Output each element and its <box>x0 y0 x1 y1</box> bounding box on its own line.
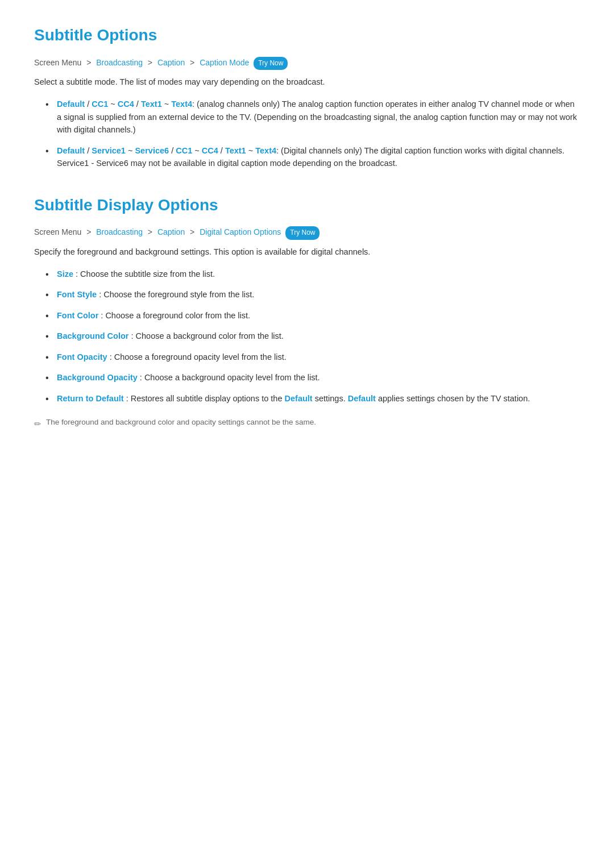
breadcrumb-section1: Screen Menu > Broadcasting > Caption > C… <box>34 56 580 70</box>
pencil-icon: ✏ <box>34 417 42 431</box>
option-text: : Choose a foreground opacity level from… <box>110 352 287 362</box>
breadcrumb-caption-mode[interactable]: Caption Mode <box>200 58 249 67</box>
list-item: Font Color : Choose a foreground color f… <box>45 309 580 322</box>
option-text: : Choose the subtitle size from the list… <box>76 269 215 279</box>
option-highlight: Service1 <box>92 146 126 155</box>
list-item: Background Opacity : Choose a background… <box>45 371 580 384</box>
option-label-bg-opacity: Background Opacity <box>57 373 138 382</box>
breadcrumb-broadcasting-2[interactable]: Broadcasting <box>96 227 143 236</box>
option-label-font-opacity: Font Opacity <box>57 352 107 362</box>
option-text: settings. <box>315 394 348 403</box>
option-label-return-default: Return to Default <box>57 394 124 403</box>
option-highlight: CC4 <box>202 146 218 155</box>
option-text: : Choose a background color from the lis… <box>131 331 284 340</box>
option-highlight: CC1 <box>92 99 108 109</box>
option-text: : (Digital channels only) The digital ca… <box>57 146 565 168</box>
option-highlight: Default <box>57 99 85 109</box>
breadcrumb-digital-caption-options[interactable]: Digital Caption Options <box>200 227 281 236</box>
option-highlight: CC1 <box>176 146 192 155</box>
option-label-size: Size <box>57 269 73 279</box>
breadcrumb-separator2: > <box>148 58 155 67</box>
option-highlight: Text4 <box>171 99 192 109</box>
option-text: : Choose a foreground color from the lis… <box>101 311 250 320</box>
section1-options-list: Default / CC1 ~ CC4 / Text1 ~ Text4: (an… <box>34 98 580 169</box>
option-text: : Choose the foreground style from the l… <box>99 290 254 299</box>
breadcrumb-section2: Screen Menu > Broadcasting > Caption > D… <box>34 226 580 239</box>
option-highlight: CC4 <box>118 99 134 109</box>
section1-description: Select a subtitle mode. The list of mode… <box>34 76 580 89</box>
breadcrumb-caption-1[interactable]: Caption <box>157 58 185 67</box>
option-label-font-style: Font Style <box>57 290 97 299</box>
section2-options-list: Size : Choose the subtitle size from the… <box>34 268 580 405</box>
breadcrumb-separator3: > <box>190 58 197 67</box>
breadcrumb-prefix: Screen Menu <box>34 58 81 67</box>
breadcrumb-separator4: > <box>86 227 93 236</box>
section2-description: Specify the foreground and background se… <box>34 246 580 259</box>
note-text: The foreground and background color and … <box>46 416 316 429</box>
breadcrumb-broadcasting-1[interactable]: Broadcasting <box>96 58 143 67</box>
list-item: Background Color : Choose a background c… <box>45 330 580 342</box>
option-highlight: Default <box>57 146 85 155</box>
list-item: Size : Choose the subtitle size from the… <box>45 268 580 280</box>
list-item: Font Opacity : Choose a foreground opaci… <box>45 351 580 363</box>
breadcrumb-caption-2[interactable]: Caption <box>157 227 185 236</box>
list-item: Default / CC1 ~ CC4 / Text1 ~ Text4: (an… <box>45 98 580 136</box>
list-item: Font Style : Choose the foreground style… <box>45 288 580 301</box>
option-label-font-color: Font Color <box>57 311 98 320</box>
list-item: Default / Service1 ~ Service6 / CC1 ~ CC… <box>45 144 580 170</box>
try-now-badge-2[interactable]: Try Now <box>285 226 320 239</box>
breadcrumb-separator6: > <box>190 227 197 236</box>
option-highlight-default1: Default <box>285 394 313 403</box>
option-text: : (analog channels only) The analog capt… <box>57 99 577 134</box>
section1-title: Subtitle Options <box>34 23 580 48</box>
breadcrumb-separator1: > <box>86 58 93 67</box>
option-highlight-default2: Default <box>348 394 376 403</box>
breadcrumb-separator5: > <box>148 227 155 236</box>
option-highlight: Service6 <box>135 146 169 155</box>
breadcrumb-prefix2: Screen Menu <box>34 227 81 236</box>
list-item: Return to Default : Restores all subtitl… <box>45 392 580 405</box>
option-highlight: Text1 <box>225 146 246 155</box>
option-text: : Restores all subtitle display options … <box>126 394 285 403</box>
option-highlight: Text4 <box>255 146 276 155</box>
option-text: : Choose a background opacity level from… <box>140 373 320 382</box>
section2-title: Subtitle Display Options <box>34 193 580 218</box>
option-text: applies settings chosen by the TV statio… <box>378 394 530 403</box>
option-label-bg-color: Background Color <box>57 331 128 340</box>
try-now-badge-1[interactable]: Try Now <box>254 57 288 70</box>
note-row: ✏ The foreground and background color an… <box>34 416 580 431</box>
option-highlight: Text1 <box>141 99 162 109</box>
